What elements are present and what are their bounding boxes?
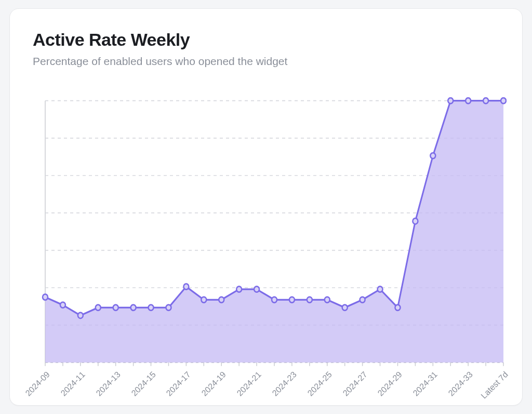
data-point-marker bbox=[113, 305, 118, 310]
data-point-marker bbox=[183, 284, 189, 290]
x-tick-label: Latest 7d bbox=[479, 370, 510, 400]
data-point-marker bbox=[78, 313, 83, 318]
data-point-marker bbox=[166, 305, 171, 310]
data-point-marker bbox=[466, 98, 471, 104]
x-tick-label: 2024-23 bbox=[270, 370, 298, 398]
data-point-marker bbox=[501, 98, 506, 104]
data-point-marker bbox=[307, 297, 312, 303]
data-point-marker bbox=[131, 305, 136, 310]
x-tick-label: 2024-29 bbox=[376, 370, 404, 398]
data-point-marker bbox=[219, 297, 224, 303]
chart-title: Active Rate Weekly bbox=[33, 30, 499, 50]
data-point-marker bbox=[43, 294, 48, 300]
data-point-marker bbox=[236, 287, 242, 292]
x-tick-label: 2024-27 bbox=[341, 370, 369, 398]
x-tick-label: 2024-11 bbox=[59, 370, 87, 398]
x-tick-label: 2024-19 bbox=[200, 370, 228, 398]
data-point-marker bbox=[254, 287, 259, 292]
data-point-marker bbox=[413, 218, 418, 224]
data-point-marker bbox=[395, 305, 400, 310]
x-tick-label: 2024-17 bbox=[165, 370, 193, 398]
x-tick-label: 2024-09 bbox=[23, 370, 51, 398]
data-point-marker bbox=[448, 98, 453, 104]
x-tick-label: 2024-21 bbox=[235, 370, 263, 398]
data-point-marker bbox=[483, 98, 488, 104]
chart-plot-area bbox=[39, 97, 507, 373]
x-axis-tick-labels: 2024-092024-112024-132024-152024-172024-… bbox=[39, 370, 507, 401]
data-point-marker bbox=[289, 297, 295, 303]
data-point-marker bbox=[430, 153, 435, 159]
x-tick-label: 2024-31 bbox=[411, 370, 440, 398]
x-tick-label: 2024-15 bbox=[129, 370, 157, 398]
chart-subtitle: Percentage of enabled users who opened t… bbox=[33, 55, 499, 68]
data-point-marker bbox=[201, 297, 206, 303]
data-point-marker bbox=[60, 302, 65, 308]
x-tick-label: 2024-13 bbox=[94, 370, 122, 398]
data-point-marker bbox=[272, 297, 277, 303]
data-point-marker bbox=[149, 305, 154, 310]
chart-card: Active Rate Weekly Percentage of enabled… bbox=[9, 8, 523, 406]
data-point-marker bbox=[360, 297, 365, 303]
data-point-marker bbox=[342, 305, 348, 310]
x-tick-label: 2024-25 bbox=[305, 370, 334, 398]
data-point-marker bbox=[378, 287, 383, 292]
x-tick-label: 2024-33 bbox=[447, 370, 475, 398]
data-point-marker bbox=[96, 305, 101, 310]
area-chart-svg bbox=[39, 97, 507, 373]
data-point-marker bbox=[325, 297, 330, 303]
